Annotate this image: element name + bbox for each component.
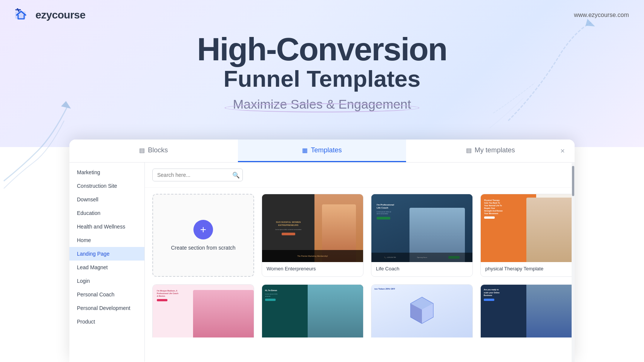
template-label-therapy: physical Therapy Template bbox=[481, 262, 575, 275]
template-card-partial-4[interactable]: Are you ready toscale your OnlineBusines… bbox=[480, 284, 575, 337]
tab-my-templates[interactable]: ▤ My templates bbox=[406, 140, 575, 162]
logo-icon bbox=[15, 8, 32, 22]
template-card-partial-2[interactable]: Hi, I'm Emran Lorem ipsum dolorsit amet bbox=[262, 284, 363, 337]
search-input[interactable] bbox=[152, 169, 243, 181]
hero-title-sub: Funnel Templates bbox=[0, 66, 644, 92]
template-thumbnail-coach: I'm ProfessionalLife Coach Lorem ipsum d… bbox=[371, 194, 472, 262]
search-bar: 🔍 bbox=[145, 163, 575, 188]
tab-my-templates-label: My templates bbox=[475, 146, 515, 154]
tab-blocks[interactable]: ▤ Blocks bbox=[69, 140, 238, 162]
header: ezycourse www.ezycourse.com bbox=[0, 0, 644, 30]
create-from-scratch-card[interactable]: + Create section from scratch bbox=[152, 194, 254, 277]
sidebar-item-product[interactable]: Product bbox=[69, 315, 144, 328]
templates-grid: + Create section from scratch SUCCESSFUL… bbox=[145, 188, 575, 362]
create-plus-icon: + bbox=[193, 220, 213, 239]
sidebar-item-personal-dev[interactable]: Personal Development bbox=[69, 301, 144, 315]
sidebar-item-construction[interactable]: Construction Site bbox=[69, 179, 144, 193]
panel-content: Marketing Construction Site Downsell Edu… bbox=[69, 163, 575, 362]
hero-title-main: High-Conversion bbox=[0, 32, 644, 66]
tab-bar: ▤ Blocks ▦ Templates ▤ My templates × bbox=[69, 140, 575, 163]
template-thumbnail-pink: I'm Morgan Madison, AProfessional Life C… bbox=[153, 285, 254, 337]
hero-section: High-Conversion Funnel Templates Maximiz… bbox=[0, 32, 644, 112]
modal-panel: ▤ Blocks ▦ Templates ▤ My templates × Ma… bbox=[69, 140, 575, 362]
template-card-women-entrepreneurs[interactable]: SUCCESSFUL WOMENENTREPRENEURS Lorem ipsu… bbox=[262, 194, 363, 277]
templates-icon: ▦ bbox=[302, 147, 308, 154]
hero-subtitle: Maximize Sales & Engagement bbox=[233, 97, 411, 112]
template-thumbnail-crypto: ico Token 25% OFF bbox=[371, 285, 472, 337]
template-thumbnail-darkteal: Hi, I'm Emran Lorem ipsum dolorsit amet bbox=[262, 285, 363, 337]
sidebar-item-login[interactable]: Login bbox=[69, 274, 144, 288]
tab-templates[interactable]: ▦ Templates bbox=[238, 140, 406, 162]
template-card-partial-3[interactable]: ico Token 25% OFF bbox=[371, 284, 473, 337]
main-content: 🔍 + Create section from scratch bbox=[145, 163, 575, 362]
sidebar-item-home[interactable]: Home bbox=[69, 233, 144, 247]
template-card-physical-therapy[interactable]: Physical TherapyGets You Back ToYour Nor… bbox=[480, 194, 575, 277]
create-card-label: Create section from scratch bbox=[171, 245, 235, 251]
sidebar-item-marketing[interactable]: Marketing bbox=[69, 166, 144, 179]
search-input-wrap: 🔍 bbox=[152, 169, 243, 181]
website-url: www.ezycourse.com bbox=[574, 12, 629, 18]
close-button[interactable]: × bbox=[557, 145, 569, 157]
template-thumbnail-darkblue: Are you ready toscale your OnlineBusines… bbox=[481, 285, 575, 337]
blocks-icon: ▤ bbox=[139, 147, 145, 154]
sidebar: Marketing Construction Site Downsell Edu… bbox=[69, 163, 145, 362]
sidebar-item-downsell[interactable]: Downsell bbox=[69, 193, 144, 206]
template-label-coach: Life Coach bbox=[371, 262, 472, 275]
sidebar-item-landing[interactable]: Landing Page bbox=[69, 247, 144, 261]
sidebar-item-lead-magnet[interactable]: Lead Magnet bbox=[69, 261, 144, 274]
tab-blocks-label: Blocks bbox=[148, 146, 168, 154]
logo: ezycourse bbox=[15, 8, 85, 22]
search-button[interactable]: 🔍 bbox=[232, 172, 240, 179]
template-card-partial-1[interactable]: I'm Morgan Madison, AProfessional Life C… bbox=[152, 284, 254, 337]
sidebar-item-education[interactable]: Education bbox=[69, 206, 144, 220]
template-thumbnail-therapy: Physical TherapyGets You Back ToYour Nor… bbox=[481, 194, 575, 262]
tab-templates-label: Templates bbox=[311, 146, 342, 154]
logo-text: ezycourse bbox=[35, 9, 85, 21]
sidebar-item-health[interactable]: Health and Wellness bbox=[69, 220, 144, 233]
scrollbar-track bbox=[572, 163, 575, 362]
sidebar-item-personal-coach[interactable]: Personal Coach bbox=[69, 288, 144, 301]
template-card-life-coach[interactable]: I'm ProfessionalLife Coach Lorem ipsum d… bbox=[371, 194, 473, 277]
my-templates-icon: ▤ bbox=[466, 147, 472, 154]
template-label-women: Women Enterpreneurs bbox=[262, 262, 363, 275]
template-thumbnail-women: SUCCESSFUL WOMENENTREPRENEURS Lorem ipsu… bbox=[262, 194, 363, 262]
